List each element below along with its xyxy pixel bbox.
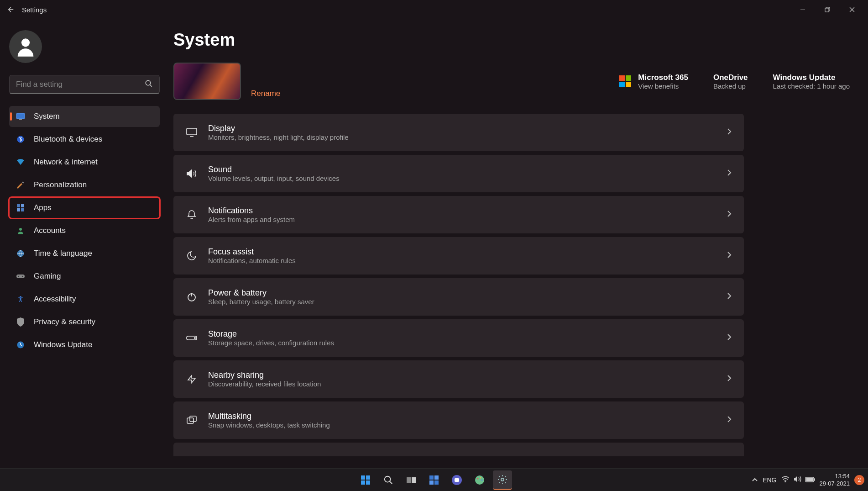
- microsoft-logo-icon: [619, 75, 632, 88]
- wifi-icon[interactable]: [781, 476, 790, 484]
- search-box[interactable]: [9, 75, 160, 94]
- chevron-right-icon: [727, 169, 732, 178]
- status-card-onedrive[interactable]: OneDrive Backed up: [713, 73, 748, 90]
- setting-subtitle: Discoverability, received files location: [208, 380, 716, 388]
- svg-point-43: [785, 481, 786, 482]
- setting-title: Nearby sharing: [208, 370, 716, 380]
- status-subtitle: Backed up: [713, 82, 748, 90]
- status-subtitle: View benefits: [638, 82, 688, 90]
- sidebar-item-network[interactable]: Network & internet: [9, 152, 160, 173]
- language-indicator[interactable]: ENG: [763, 476, 776, 484]
- setting-subtitle: Monitors, brightness, night light, displ…: [208, 133, 716, 141]
- paint-button[interactable]: [470, 470, 489, 490]
- device-thumbnail[interactable]: [173, 63, 241, 100]
- svg-rect-33: [434, 475, 439, 480]
- system-tray: ENG 13:54 29-07-2021 2: [752, 473, 864, 487]
- svg-rect-37: [455, 478, 459, 482]
- sidebar-item-privacy[interactable]: Privacy & security: [9, 311, 160, 333]
- setting-subtitle: Volume levels, output, input, sound devi…: [208, 174, 716, 182]
- svg-point-40: [480, 477, 481, 478]
- notification-badge[interactable]: 2: [854, 475, 864, 485]
- setting-row-notifications[interactable]: NotificationsAlerts from apps and system: [173, 196, 744, 233]
- window-controls: [790, 1, 864, 18]
- sidebar-item-personalization[interactable]: Personalization: [9, 174, 160, 195]
- sidebar-item-label: Bluetooth & devices: [34, 135, 102, 144]
- setting-row-focus-assist[interactable]: Focus assistNotifications, automatic rul…: [173, 237, 744, 275]
- status-card-ms365[interactable]: Microsoft 365 View benefits: [619, 73, 688, 90]
- setting-row-sound[interactable]: SoundVolume levels, output, input, sound…: [173, 155, 744, 192]
- svg-point-42: [501, 478, 504, 481]
- svg-point-29: [385, 476, 391, 482]
- sound-icon: [185, 169, 198, 179]
- close-button[interactable]: [840, 1, 864, 18]
- svg-rect-11: [21, 208, 24, 211]
- chevron-right-icon: [727, 416, 732, 425]
- sidebar-item-accounts[interactable]: Accounts: [9, 220, 160, 241]
- setting-title: Multitasking: [208, 412, 716, 421]
- sidebar-item-label: Personalization: [34, 180, 87, 190]
- widgets-button[interactable]: [424, 470, 444, 490]
- setting-subtitle: Storage space, drives, configuration rul…: [208, 339, 716, 347]
- tray-overflow-button[interactable]: [752, 476, 758, 484]
- setting-subtitle: Snap windows, desktops, task switching: [208, 421, 716, 429]
- sidebar-item-label: Windows Update: [34, 340, 93, 349]
- search-input[interactable]: [16, 80, 145, 89]
- svg-rect-31: [412, 477, 416, 483]
- sidebar-item-system[interactable]: System: [9, 106, 160, 127]
- task-view-button[interactable]: [402, 470, 421, 490]
- setting-row-display[interactable]: DisplayMonitors, brightness, night light…: [173, 114, 744, 151]
- svg-point-17: [20, 296, 21, 298]
- sidebar-item-time-language[interactable]: Time & language: [9, 243, 160, 264]
- setting-title: Notifications: [208, 206, 716, 216]
- clock[interactable]: 13:54 29-07-2021: [820, 473, 850, 487]
- sidebar-item-label: Time & language: [34, 249, 92, 258]
- clock-time: 13:54: [820, 473, 850, 480]
- svg-rect-28: [366, 480, 370, 485]
- status-card-winupdate[interactable]: Windows Update Last checked: 1 hour ago: [773, 73, 850, 90]
- setting-row-nearby-sharing[interactable]: Nearby sharingDiscoverability, received …: [173, 360, 744, 398]
- svg-rect-8: [17, 204, 20, 207]
- svg-point-39: [477, 478, 478, 479]
- nearby-sharing-icon: [185, 374, 198, 385]
- sidebar-item-accessibility[interactable]: Accessibility: [9, 289, 160, 310]
- network-icon: [16, 157, 26, 167]
- minimize-button[interactable]: [790, 1, 815, 18]
- sidebar-item-gaming[interactable]: Gaming: [9, 266, 160, 287]
- svg-rect-45: [814, 479, 815, 480]
- sidebar-item-label: Gaming: [34, 272, 61, 281]
- svg-point-41: [481, 479, 482, 480]
- svg-rect-0: [800, 10, 805, 10]
- search-icon[interactable]: [145, 79, 153, 90]
- back-button[interactable]: [4, 2, 18, 17]
- gaming-icon: [16, 271, 26, 281]
- system-icon: [16, 111, 26, 121]
- sidebar-item-windows-update[interactable]: Windows Update: [9, 334, 160, 355]
- settings-taskbar-button[interactable]: [493, 470, 512, 490]
- accessibility-icon: [16, 294, 26, 304]
- maximize-button[interactable]: [815, 1, 840, 18]
- start-button[interactable]: [356, 470, 375, 490]
- user-block[interactable]: [9, 30, 160, 63]
- setting-title: Storage: [208, 329, 716, 339]
- rename-link[interactable]: Rename: [251, 89, 280, 98]
- setting-row-power-battery[interactable]: Power & batterySleep, battery usage, bat…: [173, 278, 744, 316]
- sidebar-item-label: Network & internet: [34, 158, 98, 167]
- setting-row-partial[interactable]: [173, 443, 744, 456]
- search-taskbar-button[interactable]: [379, 470, 398, 490]
- sidebar-item-apps[interactable]: Apps: [9, 197, 160, 218]
- apps-icon: [16, 203, 26, 213]
- sidebar-item-bluetooth[interactable]: Bluetooth & devices: [9, 129, 160, 150]
- svg-rect-27: [361, 480, 365, 485]
- setting-row-multitasking[interactable]: MultitaskingSnap windows, desktops, task…: [173, 401, 744, 439]
- teams-button[interactable]: [447, 470, 466, 490]
- volume-icon[interactable]: [793, 475, 801, 485]
- window-title: Settings: [22, 6, 47, 14]
- svg-rect-34: [429, 480, 434, 485]
- battery-icon[interactable]: [805, 476, 815, 484]
- svg-point-38: [475, 475, 484, 485]
- status-title: Microsoft 365: [638, 73, 688, 82]
- time-language-icon: [16, 248, 26, 259]
- taskbar: ENG 13:54 29-07-2021 2: [0, 468, 868, 491]
- setting-row-storage[interactable]: StorageStorage space, drives, configurat…: [173, 319, 744, 357]
- bluetooth-icon: [16, 134, 26, 144]
